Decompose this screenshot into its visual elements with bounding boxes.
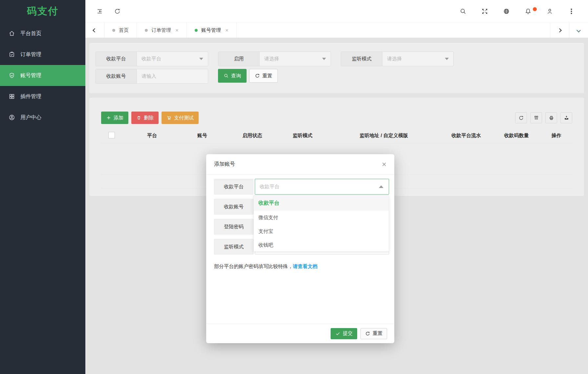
- table-refresh-button[interactable]: [515, 112, 527, 123]
- button-label: 支付测试: [174, 115, 194, 121]
- sidebar-nav: 平台首页 订单管理 账号管理: [0, 23, 85, 128]
- dropdown-option-wechat[interactable]: 微信支付: [254, 211, 389, 224]
- chevron-right-icon: [557, 28, 562, 32]
- sidebar-item-label: 插件管理: [20, 93, 41, 100]
- filter-listen-mode: 监听模式 请选择: [341, 52, 454, 66]
- column-header-platform: 平台: [127, 128, 177, 143]
- columns-icon: [534, 115, 539, 121]
- tabs-prev-button[interactable]: [85, 23, 104, 38]
- dropdown-option-platform[interactable]: 收款平台: [254, 196, 389, 211]
- notifications-button[interactable]: [524, 7, 532, 15]
- button-label: 添加: [114, 115, 123, 121]
- tab-close-icon[interactable]: ×: [175, 28, 179, 33]
- pay-test-button[interactable]: 支付测试: [162, 112, 199, 124]
- hint-text: 部分平台的账户密码填写比较特殊，: [214, 263, 293, 269]
- toolbar-left: 添加 删除: [101, 112, 199, 124]
- collapse-sidebar-button[interactable]: [95, 7, 104, 15]
- select-placeholder: 请选择: [387, 56, 402, 62]
- table-export-button[interactable]: [560, 112, 572, 123]
- more-menu-button[interactable]: [567, 7, 576, 15]
- modal-close-icon[interactable]: ×: [382, 160, 386, 168]
- add-account-modal: 添加账号 × 收款平台 收款平台 收款账号 登陆密码 监听模式: [206, 154, 394, 343]
- user-profile-button[interactable]: [545, 7, 554, 15]
- filter-row-2: 收款账号 请输入 查询: [95, 69, 578, 84]
- sidebar-item-accounts[interactable]: 账号管理: [0, 65, 85, 86]
- table-print-button[interactable]: [545, 112, 557, 123]
- tabs-menu-button[interactable]: [569, 23, 588, 38]
- app-root: 码支付 平台首页 订单管理 账号管理: [0, 0, 588, 374]
- button-label: 查询: [231, 73, 241, 79]
- dropdown-option-shouqianba[interactable]: 收钱吧: [254, 238, 389, 252]
- chevron-left-icon: [93, 28, 97, 32]
- cart-icon: [166, 115, 172, 120]
- modal-reset-button[interactable]: 重置: [360, 328, 387, 339]
- modal-title: 添加账号: [214, 161, 235, 168]
- plugin-icon: [9, 93, 15, 100]
- sidebar-item-label: 账号管理: [20, 72, 41, 79]
- shield-check-icon: [9, 72, 15, 79]
- select-all-checkbox[interactable]: [108, 132, 115, 138]
- topbar-right: [459, 7, 588, 15]
- add-button[interactable]: 添加: [101, 112, 128, 124]
- chevron-down-icon: [322, 58, 326, 60]
- refresh-icon: [518, 115, 524, 121]
- modal-hint: 部分平台的账户密码填写比较特殊，请查看文档: [214, 263, 389, 270]
- docs-link[interactable]: 请查看文档: [293, 263, 317, 269]
- tab-label: 账号管理: [201, 27, 221, 33]
- toolbar-right: [515, 112, 572, 123]
- chevron-up-icon: [379, 185, 383, 188]
- filter-platform: 收款平台 收款平台: [95, 52, 208, 66]
- notification-dot: [533, 7, 537, 11]
- table-columns-button[interactable]: [530, 112, 542, 123]
- fullscreen-icon: [481, 8, 488, 15]
- filter-account-label: 收款账号: [96, 69, 137, 83]
- sidebar-item-plugins[interactable]: 插件管理: [0, 86, 85, 107]
- language-button[interactable]: [502, 7, 511, 15]
- refresh-page-button[interactable]: [113, 7, 121, 15]
- accounts-table: 平台 账号 启用状态 监听模式 监听地址 / 自定义模版 收款平台流水 收款码数…: [101, 128, 572, 143]
- filter-reset-button[interactable]: 重置: [249, 69, 278, 83]
- filter-enable-select[interactable]: 请选择: [260, 52, 331, 66]
- sidebar-item-platform-home[interactable]: 平台首页: [0, 23, 85, 44]
- select-placeholder: 收款平台: [260, 184, 279, 190]
- submit-button[interactable]: 提交: [331, 328, 357, 339]
- filter-account-input[interactable]: 请输入: [137, 69, 208, 83]
- trash-icon: [136, 115, 142, 120]
- dropdown-option-alipay[interactable]: 支付宝: [254, 224, 389, 238]
- fullscreen-button[interactable]: [480, 7, 489, 15]
- filter-platform-select[interactable]: 收款平台: [137, 52, 208, 66]
- field-label: 登陆密码: [214, 219, 253, 235]
- printer-icon: [549, 115, 554, 121]
- globe-icon: [503, 8, 510, 15]
- refresh-icon: [114, 8, 121, 15]
- sidebar: 码支付 平台首页 订单管理 账号管理: [0, 0, 85, 374]
- chevron-down-icon: [577, 28, 581, 32]
- modal-footer: 提交 重置: [206, 323, 394, 343]
- table-header-row: 平台 账号 启用状态 监听模式 监听地址 / 自定义模版 收款平台流水 收款码数…: [101, 128, 572, 143]
- delete-button[interactable]: 删除: [131, 112, 159, 124]
- tab-home[interactable]: 首页: [104, 23, 137, 38]
- button-label: 删除: [144, 115, 154, 121]
- search-submit-button[interactable]: 查询: [218, 69, 247, 83]
- button-label: 重置: [373, 330, 382, 337]
- filter-listen-mode-label: 监听模式: [341, 52, 382, 66]
- sidebar-item-orders[interactable]: 订单管理: [0, 44, 85, 65]
- chevron-down-icon: [445, 58, 449, 60]
- button-label: 重置: [262, 73, 272, 79]
- tab-accounts[interactable]: 账号管理 ×: [187, 23, 237, 38]
- search-button[interactable]: [459, 7, 467, 15]
- platform-select[interactable]: 收款平台: [255, 179, 389, 195]
- select-placeholder: 收款平台: [142, 56, 161, 62]
- table-toolbar: 添加 删除: [101, 112, 572, 124]
- sidebar-item-user-center[interactable]: 用户中心: [0, 107, 85, 128]
- plus-icon: [106, 115, 111, 120]
- filter-listen-mode-select[interactable]: 请选择: [382, 52, 453, 66]
- tab-orders[interactable]: 订单管理 ×: [137, 23, 187, 38]
- field-label: 收款平台: [214, 179, 253, 195]
- tabs-next-button[interactable]: [550, 23, 569, 38]
- field-label: 收款账号: [214, 199, 253, 215]
- tab-close-icon[interactable]: ×: [225, 28, 229, 33]
- button-label: 提交: [343, 330, 353, 337]
- check-icon: [335, 331, 340, 336]
- filter-row-1: 收款平台 收款平台 启用 请选择 监听模式: [95, 52, 578, 66]
